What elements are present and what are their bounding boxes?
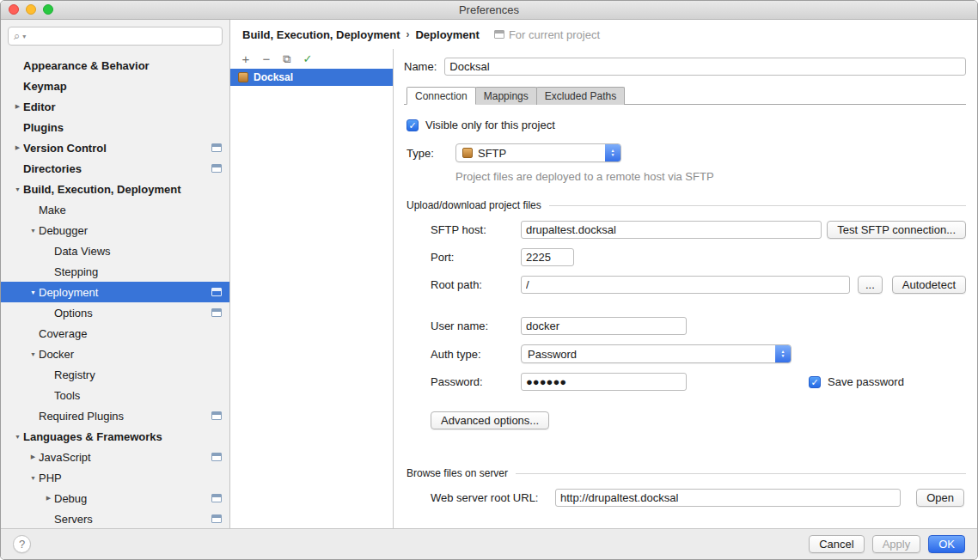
sidebar-item-build-execution-deployment[interactable]: ▼Build, Execution, Deployment bbox=[1, 179, 229, 199]
chevron-down-icon[interactable]: ▼ bbox=[12, 186, 23, 192]
chevron-right-icon[interactable]: ▶ bbox=[28, 453, 39, 460]
chevron-down-icon[interactable]: ▼ bbox=[28, 351, 39, 357]
chevron-down-icon[interactable]: ▼ bbox=[28, 289, 39, 295]
browse-root-path-button[interactable]: ... bbox=[858, 276, 883, 294]
sidebar-item-php[interactable]: ▼PHP bbox=[1, 467, 229, 488]
server-name: Docksal bbox=[254, 71, 293, 83]
sidebar-item-debug[interactable]: ▶Debug bbox=[1, 488, 229, 508]
add-button[interactable]: + bbox=[236, 51, 255, 67]
sidebar-item-plugins[interactable]: Plugins bbox=[1, 117, 229, 137]
root-path-row: Root path: ... Autodetect bbox=[431, 276, 966, 294]
test-sftp-connection-button[interactable]: Test SFTP connection... bbox=[827, 221, 966, 239]
chevron-down-icon[interactable]: ▼ bbox=[28, 228, 39, 234]
tab-excluded-paths[interactable]: Excluded Paths bbox=[536, 87, 625, 105]
sidebar-item-required-plugins[interactable]: Required Plugins bbox=[1, 405, 229, 426]
port-input[interactable] bbox=[521, 248, 574, 266]
server-list-item-docksal[interactable]: Docksal bbox=[230, 69, 393, 86]
sidebar-item-directories[interactable]: Directories bbox=[1, 158, 229, 179]
apply-button[interactable]: Apply bbox=[872, 535, 921, 553]
remove-button[interactable]: − bbox=[257, 51, 276, 67]
tab-mappings[interactable]: Mappings bbox=[475, 87, 537, 105]
sidebar-item-editor[interactable]: ▶Editor bbox=[1, 96, 229, 117]
sidebar-item-label: Make bbox=[39, 204, 222, 216]
sidebar-item-debugger[interactable]: ▼Debugger bbox=[1, 220, 229, 240]
sidebar-item-coverage[interactable]: Coverage bbox=[1, 323, 229, 344]
sftp-host-input[interactable] bbox=[521, 221, 822, 239]
current-project-label: For current project bbox=[509, 28, 600, 41]
sidebar-item-javascript[interactable]: ▶JavaScript bbox=[1, 447, 229, 467]
minimize-window-button[interactable] bbox=[26, 4, 36, 15]
copy-button[interactable]: ⧉ bbox=[278, 51, 296, 67]
search-icon: ⌕ bbox=[14, 29, 20, 43]
root-path-input[interactable] bbox=[521, 276, 850, 294]
ok-button[interactable]: OK bbox=[928, 535, 965, 553]
advanced-options-button[interactable]: Advanced options... bbox=[431, 411, 549, 429]
visible-project-label: Visible only for this project bbox=[425, 119, 555, 131]
sidebar-item-options[interactable]: Options bbox=[1, 302, 229, 323]
auth-type-label: Auth type: bbox=[431, 348, 521, 361]
breadcrumb-item[interactable]: Build, Execution, Deployment bbox=[242, 28, 400, 41]
password-input[interactable] bbox=[521, 373, 687, 391]
sidebar-item-data-views[interactable]: Data Views bbox=[1, 240, 229, 261]
window-title: Preferences bbox=[459, 3, 519, 16]
sidebar-item-version-control[interactable]: ▶Version Control bbox=[1, 137, 229, 158]
chevron-down-icon[interactable]: ▼ bbox=[12, 434, 23, 440]
sidebar-item-label: Registry bbox=[54, 368, 222, 381]
sidebar-item-registry[interactable]: Registry bbox=[1, 364, 229, 385]
cancel-button[interactable]: Cancel bbox=[809, 535, 864, 553]
sidebar-item-docker[interactable]: ▼Docker bbox=[1, 344, 229, 364]
main-area: ⌕ ▾ Appearance & BehaviorKeymap▶EditorPl… bbox=[1, 20, 977, 528]
type-row: Type: SFTP ▲▼ bbox=[406, 143, 966, 162]
breadcrumb-item-current: Deployment bbox=[415, 28, 479, 41]
type-select[interactable]: SFTP ▲▼ bbox=[455, 143, 621, 162]
tab-connection[interactable]: Connection bbox=[406, 87, 476, 105]
user-name-input[interactable] bbox=[521, 317, 687, 335]
server-list-toolbar: +−⧉✓ bbox=[230, 49, 393, 69]
sidebar-item-make[interactable]: Make bbox=[1, 199, 229, 220]
name-input[interactable] bbox=[444, 58, 966, 76]
visible-project-checkbox[interactable]: ✓ bbox=[406, 119, 419, 131]
search-options-chevron-icon[interactable]: ▾ bbox=[22, 33, 26, 40]
sidebar-item-label: Debug bbox=[54, 492, 211, 505]
autodetect-button[interactable]: Autodetect bbox=[892, 276, 966, 294]
settings-search-input[interactable]: ⌕ ▾ bbox=[8, 27, 223, 46]
sidebar-item-label: Servers bbox=[54, 513, 211, 526]
root-path-label: Root path: bbox=[431, 278, 521, 291]
sidebar-item-stepping[interactable]: Stepping bbox=[1, 261, 229, 282]
sidebar-item-languages-frameworks[interactable]: ▼Languages & Frameworks bbox=[1, 426, 229, 447]
web-root-label: Web server root URL: bbox=[431, 491, 555, 504]
sidebar-item-label: Version Control bbox=[23, 142, 211, 155]
advanced-options-row: Advanced options... bbox=[431, 411, 966, 429]
sidebar-item-keymap[interactable]: Keymap bbox=[1, 76, 229, 96]
sftp-type-icon bbox=[462, 148, 473, 158]
use-as-default-button[interactable]: ✓ bbox=[298, 51, 317, 67]
sidebar-item-label: Keymap bbox=[23, 80, 222, 93]
save-password-checkbox[interactable]: ✓ bbox=[809, 376, 821, 388]
sidebar-item-deployment[interactable]: ▼Deployment bbox=[1, 282, 229, 302]
sidebar-item-appearance-behavior[interactable]: Appearance & Behavior bbox=[1, 55, 229, 76]
sidebar-item-label: Tools bbox=[54, 389, 222, 402]
web-root-input[interactable] bbox=[555, 489, 901, 507]
chevron-right-icon[interactable]: ▶ bbox=[43, 495, 54, 502]
sidebar-item-label: Required Plugins bbox=[39, 410, 211, 423]
footer-bar: ? Cancel Apply OK bbox=[1, 528, 977, 559]
sidebar-item-label: Appearance & Behavior bbox=[23, 59, 222, 72]
breadcrumb: Build, Execution, Deployment › Deploymen… bbox=[230, 20, 977, 49]
chevron-right-icon[interactable]: ▶ bbox=[12, 144, 23, 151]
help-button[interactable]: ? bbox=[13, 535, 31, 553]
sidebar-item-servers[interactable]: Servers bbox=[1, 508, 229, 528]
server-list-panel: +−⧉✓ Docksal bbox=[230, 49, 394, 528]
sidebar-item-label: Stepping bbox=[54, 265, 222, 278]
auth-type-select[interactable]: Password ▲▼ bbox=[521, 344, 792, 363]
sidebar-item-label: Options bbox=[54, 307, 211, 320]
browse-section-title: Browse files on server bbox=[406, 467, 508, 479]
user-name-label: User name: bbox=[431, 320, 521, 332]
upload-section-body: SFTP host: Test SFTP connection... Port: bbox=[431, 221, 966, 429]
zoom-window-button[interactable] bbox=[43, 4, 53, 15]
close-window-button[interactable] bbox=[9, 4, 19, 15]
sidebar-item-tools[interactable]: Tools bbox=[1, 385, 229, 405]
open-url-button[interactable]: Open bbox=[916, 489, 964, 507]
connection-tab-content: ✓ Visible only for this project Type: SF… bbox=[404, 105, 966, 507]
chevron-down-icon[interactable]: ▼ bbox=[28, 475, 39, 481]
chevron-right-icon[interactable]: ▶ bbox=[12, 103, 23, 110]
